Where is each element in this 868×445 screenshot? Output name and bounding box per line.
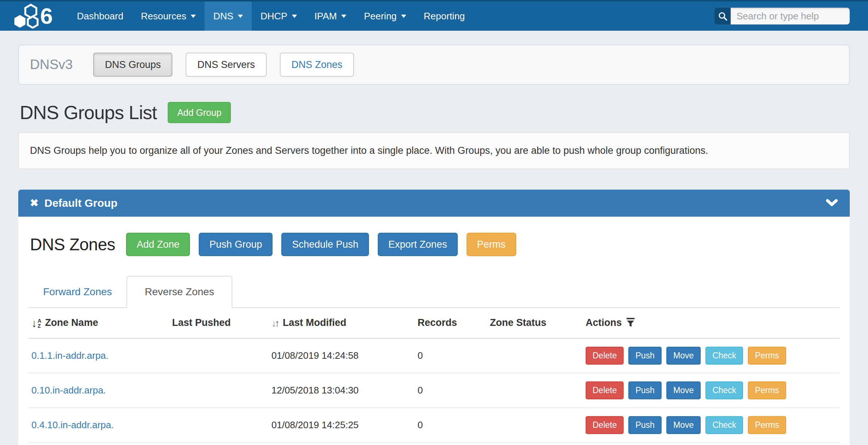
zone-name-cell: 0.1.1.in-addr.arpa.	[28, 338, 169, 373]
description-text: DNS Groups help you to organize all of y…	[30, 145, 708, 156]
nav-item-ipam[interactable]: IPAM	[306, 1, 355, 31]
nav-items: DashboardResourcesDNSDHCPIPAMPeeringRepo…	[68, 1, 473, 31]
push-group-button[interactable]: Push Group	[199, 233, 273, 256]
zone-name-cell: 0.4.10.in-addr.arpa.	[28, 408, 169, 442]
nav-item-dashboard[interactable]: Dashboard	[68, 1, 132, 31]
column-header-zone-name[interactable]: ↓AZZone Name	[28, 308, 169, 338]
table-row: 1.1.in-addr.arpa.01/08/2019 14:24:490Del…	[28, 442, 840, 445]
nav-item-resources[interactable]: Resources	[132, 1, 205, 31]
zone-status-cell	[487, 373, 583, 408]
zone-tabs: Forward ZonesReverse Zones	[28, 276, 840, 308]
delete-button[interactable]: Delete	[586, 347, 624, 365]
column-label: Zone Name	[45, 317, 98, 328]
dns-servers-button[interactable]: DNS Servers	[186, 53, 267, 77]
brand-logo[interactable]: 6	[13, 1, 53, 31]
zone-status-cell	[487, 338, 583, 373]
tab-forward-zones[interactable]: Forward Zones	[28, 277, 126, 307]
move-button[interactable]: Move	[666, 347, 701, 365]
chevron-down-icon	[191, 15, 196, 18]
group-panel-title: Default Group	[44, 197, 117, 209]
chevron-down-icon	[238, 15, 243, 18]
chevron-down-icon	[826, 199, 838, 208]
delete-button[interactable]: Delete	[586, 416, 624, 434]
tab-reverse-zones[interactable]: Reverse Zones	[126, 276, 232, 308]
search-group	[715, 8, 850, 24]
move-button[interactable]: Move	[666, 381, 701, 399]
table-row: 0.4.10.in-addr.arpa.01/08/2019 14:25:250…	[28, 408, 840, 442]
zone-link[interactable]: 0.10.in-addr.arpa.	[31, 385, 106, 396]
default-group-panel: ✖ Default Group DNS Zones Add ZonePush G…	[18, 190, 850, 445]
last-modified-cell: 01/08/2019 14:25:25	[269, 408, 415, 442]
nav-item-reporting[interactable]: Reporting	[415, 1, 474, 31]
last-pushed-cell	[169, 442, 269, 445]
last-pushed-cell	[169, 338, 269, 373]
add-zone-button[interactable]: Add Zone	[126, 233, 190, 256]
table-row: 0.10.in-addr.arpa.12/05/2018 13:04:300De…	[28, 373, 840, 408]
nav-item-dns[interactable]: DNS	[205, 1, 252, 31]
zone-link[interactable]: 0.1.1.in-addr.arpa.	[31, 350, 108, 361]
sort-alpha-down-icon: ↓AZ	[31, 318, 41, 329]
description-well: DNS Groups help you to organize all of y…	[18, 132, 850, 169]
last-modified-cell: 12/05/2018 13:04:30	[269, 373, 415, 408]
zone-status-cell	[487, 408, 583, 442]
column-label: Last Modified	[283, 317, 346, 328]
records-cell: 0	[415, 408, 487, 442]
nav-item-label: Peering	[364, 11, 397, 22]
nav-item-label: Resources	[141, 11, 186, 22]
dns-groups-button[interactable]: DNS Groups	[93, 53, 172, 77]
add-group-button[interactable]: Add Group	[168, 102, 231, 123]
zone-name-cell: 0.10.in-addr.arpa.	[28, 373, 169, 408]
zone-link[interactable]: 0.4.10.in-addr.arpa.	[31, 419, 114, 430]
push-button[interactable]: Push	[628, 381, 661, 399]
zones-table-body: 0.1.1.in-addr.arpa.01/08/2019 14:24:580D…	[28, 338, 840, 445]
check-button[interactable]: Check	[705, 381, 743, 399]
top-navbar: 6 DashboardResourcesDNSDHCPIPAMPeeringRe…	[0, 0, 868, 31]
table-row: 0.1.1.in-addr.arpa.01/08/2019 14:24:580D…	[28, 338, 840, 373]
hexagons-logo-icon	[13, 4, 39, 28]
column-label: Zone Status	[490, 317, 547, 328]
close-icon[interactable]: ✖	[30, 198, 38, 208]
column-header-actions[interactable]: Actions	[583, 308, 840, 338]
column-header-last-pushed[interactable]: Last Pushed	[169, 308, 269, 338]
export-zones-button[interactable]: Export Zones	[378, 233, 458, 256]
last-pushed-cell	[169, 373, 269, 408]
sort-icon: ↓↑	[271, 318, 280, 328]
zone-status-cell	[487, 442, 583, 445]
nav-item-label: DNS	[213, 11, 233, 22]
push-button[interactable]: Push	[628, 416, 661, 434]
column-header-records[interactable]: Records	[415, 308, 487, 338]
brand-text: 6	[40, 5, 53, 27]
search-input[interactable]	[731, 8, 850, 24]
column-header-zone-status[interactable]: Zone Status	[487, 308, 583, 338]
nav-item-label: Reporting	[424, 11, 465, 22]
check-button[interactable]: Check	[705, 347, 743, 365]
search-button[interactable]	[715, 8, 731, 24]
page-head: DNS Groups List Add Group	[18, 102, 850, 123]
search-icon	[718, 11, 728, 21]
schedule-push-button[interactable]: Schedule Push	[281, 233, 369, 256]
nav-item-peering[interactable]: Peering	[355, 1, 415, 31]
push-button[interactable]: Push	[628, 347, 661, 365]
filter-icon	[626, 318, 635, 327]
collapse-toggle-button[interactable]	[826, 199, 838, 208]
perms-button[interactable]: Perms	[748, 347, 786, 365]
records-cell: 0	[415, 442, 487, 445]
perms-button[interactable]: Perms	[748, 381, 786, 399]
last-modified-cell: 01/08/2019 14:24:49	[269, 442, 415, 445]
dns-zones-button[interactable]: DNS Zones	[280, 53, 354, 77]
group-toolbar: Add ZonePush GroupSchedule PushExport Zo…	[126, 233, 525, 256]
records-cell: 0	[415, 373, 487, 408]
delete-button[interactable]: Delete	[586, 381, 624, 399]
group-panel-header[interactable]: ✖ Default Group	[18, 190, 850, 217]
check-button[interactable]: Check	[705, 416, 743, 434]
last-pushed-cell	[169, 408, 269, 442]
dns-view-switch: DNS GroupsDNS ServersDNS Zones	[93, 53, 367, 77]
nav-item-dhcp[interactable]: DHCP	[252, 1, 306, 31]
perms-button[interactable]: Perms	[748, 416, 786, 434]
zone-name-cell: 1.1.in-addr.arpa.	[28, 442, 169, 445]
zones-section-head: DNS Zones Add ZonePush GroupSchedule Pus…	[28, 233, 840, 256]
column-header-last-modified[interactable]: ↓↑Last Modified	[269, 308, 415, 338]
move-button[interactable]: Move	[666, 416, 701, 434]
perms-button[interactable]: Perms	[467, 233, 516, 256]
chevron-down-icon	[292, 15, 297, 18]
